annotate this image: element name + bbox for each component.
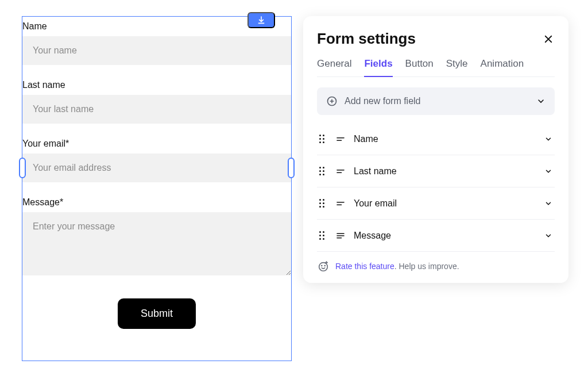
field-row-name[interactable]: Name (317, 123, 555, 155)
tab-style[interactable]: Style (446, 58, 468, 76)
download-icon (257, 16, 266, 25)
resize-handle-right[interactable] (288, 158, 295, 178)
form-settings-panel: Form settings General Fields Button Styl… (303, 16, 568, 283)
selected-field-outline (22, 154, 291, 182)
field-row-email[interactable]: Your email (317, 187, 555, 220)
form-field-email: Your email* (22, 134, 291, 193)
resize-handle-left[interactable] (19, 158, 26, 178)
smile-plus-icon (317, 260, 330, 273)
chevron-down-icon (544, 200, 552, 208)
svg-point-2 (322, 266, 322, 266)
chevron-down-icon (536, 97, 546, 106)
field-row-label: Last name (354, 166, 397, 177)
long-text-icon (335, 231, 346, 241)
submit-button[interactable]: Submit (118, 298, 196, 329)
chevron-down-icon (544, 167, 552, 175)
panel-header: Form settings (317, 30, 555, 58)
download-button[interactable] (247, 12, 275, 28)
rating-row: Rate this feature. Help us improve. (317, 252, 555, 273)
last-name-input[interactable] (22, 95, 291, 124)
form-field-message: Message* (22, 193, 291, 288)
rate-feature-link[interactable]: Rate this feature (335, 262, 394, 271)
form-field-last-name: Last name (22, 75, 291, 134)
form-canvas: Name Last name Your email* Message* Subm… (22, 16, 292, 361)
drag-handle-icon[interactable] (319, 199, 327, 208)
field-row-last-name[interactable]: Last name (317, 155, 555, 187)
close-button[interactable] (542, 33, 555, 45)
close-icon (543, 34, 554, 44)
svg-point-3 (324, 266, 325, 266)
name-input[interactable] (22, 36, 291, 65)
drag-handle-icon[interactable] (319, 135, 327, 143)
tab-button[interactable]: Button (405, 58, 434, 76)
chevron-down-icon (544, 135, 552, 143)
panel-title: Form settings (317, 30, 416, 48)
field-row-label: Name (354, 134, 378, 144)
chevron-down-icon (544, 232, 552, 240)
field-label: Last name (22, 80, 291, 95)
rating-tail: . Help us improve. (394, 262, 459, 271)
email-input[interactable] (22, 154, 291, 182)
drag-handle-icon[interactable] (319, 167, 327, 175)
field-list: Name Last name Your email (317, 123, 555, 252)
message-textarea[interactable] (22, 212, 291, 275)
submit-wrap: Submit (22, 288, 291, 335)
field-row-message[interactable]: Message (317, 220, 555, 252)
field-row-label: Your email (354, 198, 397, 209)
field-label: Message* (22, 197, 291, 212)
short-text-icon (335, 134, 346, 144)
tab-general[interactable]: General (317, 58, 351, 76)
short-text-icon (335, 166, 346, 177)
tabs: General Fields Button Style Animation (317, 58, 555, 77)
add-form-field-button[interactable]: Add new form field (317, 87, 555, 115)
tab-fields[interactable]: Fields (364, 58, 392, 76)
tab-animation[interactable]: Animation (481, 58, 524, 76)
field-row-label: Message (354, 231, 391, 241)
drag-handle-icon[interactable] (319, 231, 327, 240)
field-label: Your email* (22, 139, 291, 154)
add-field-label: Add new form field (345, 96, 421, 106)
plus-circle-icon (326, 95, 338, 107)
short-text-icon (335, 198, 346, 209)
